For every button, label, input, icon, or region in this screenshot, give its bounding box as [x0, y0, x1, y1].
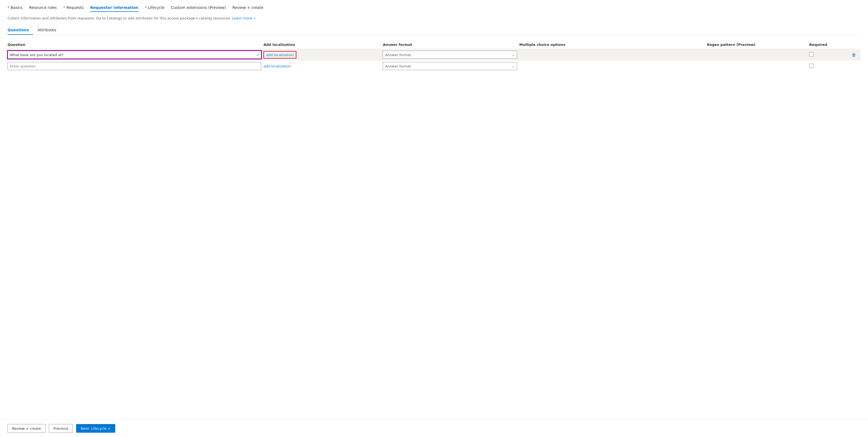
required-cell-1: [809, 49, 852, 61]
regex-cell-2: [707, 60, 809, 72]
previous-button[interactable]: Previous: [49, 424, 73, 433]
regex-cell-1: [707, 49, 809, 61]
review-create-button[interactable]: Review + create: [7, 424, 45, 433]
required-cell-2: [809, 60, 852, 72]
required-checkbox-1[interactable]: [809, 52, 813, 57]
delete-icon-1[interactable]: 🗑: [852, 52, 856, 58]
sub-tab-attributes[interactable]: Attributes: [37, 26, 60, 35]
nav-tabs: Basics Resource roles Requests Requestor…: [7, 5, 861, 12]
question-input-1[interactable]: [7, 51, 261, 59]
tab-requests[interactable]: Requests: [63, 5, 84, 12]
tab-requestor-information[interactable]: Requestor information: [90, 5, 138, 12]
add-localization-box-1: add localization: [264, 51, 296, 59]
col-header-delete: [852, 40, 861, 49]
delete-cell-2: [852, 60, 861, 72]
question-cell-1: ✓: [7, 49, 264, 61]
tab-resource-roles[interactable]: Resource roles: [29, 5, 57, 12]
col-header-answer: Answer format: [383, 40, 519, 49]
localization-cell-2: add localization: [264, 60, 383, 72]
footer: Review + create Previous Next: Lifecycle…: [0, 419, 868, 437]
table-row: ✓ add localization Answer format ⌄: [7, 49, 861, 61]
tab-review-create[interactable]: Review + create: [232, 5, 264, 12]
delete-cell-1: 🗑: [852, 49, 861, 61]
tab-basics[interactable]: Basics: [7, 5, 23, 12]
answer-dropdown-1[interactable]: Answer format ⌄: [383, 51, 517, 59]
localization-cell-1: add localization: [264, 49, 383, 61]
learn-more-link[interactable]: Learn more: [232, 16, 256, 20]
col-header-required: Required: [809, 40, 852, 49]
page-description: Collect information and attributes from …: [7, 16, 861, 20]
col-header-localization: Add localization: [264, 40, 383, 49]
sub-tab-questions[interactable]: Questions: [7, 26, 33, 35]
check-icon-1: ✓: [256, 53, 260, 57]
tab-custom-extensions[interactable]: Custom extensions (Preview): [171, 5, 226, 12]
answer-dropdown-2[interactable]: Answer format ⌄: [383, 62, 517, 70]
questions-table: Question Add localization Answer format …: [7, 40, 861, 72]
chevron-down-icon-1: ⌄: [512, 53, 515, 57]
multiple-cell-1: [519, 49, 707, 61]
question-input-2[interactable]: [7, 62, 261, 70]
answer-cell-1: Answer format ⌄: [383, 49, 519, 61]
required-checkbox-2[interactable]: [809, 64, 813, 68]
col-header-multiple: Multiple choice options: [519, 40, 707, 49]
col-header-regex: Regex pattern (Preview): [707, 40, 809, 49]
chevron-down-icon-2: ⌄: [512, 64, 515, 68]
tab-lifecycle[interactable]: Lifecycle: [145, 5, 165, 12]
question-cell-2: [7, 60, 264, 72]
add-localization-link-2[interactable]: add localization: [264, 64, 291, 68]
sub-tabs: Questions Attributes: [7, 26, 861, 35]
add-localization-link-1[interactable]: add localization: [266, 53, 293, 57]
table-row: add localization Answer format ⌄: [7, 60, 861, 72]
multiple-cell-2: [519, 60, 707, 72]
question-input-wrapper-1: ✓: [7, 51, 261, 59]
col-header-question: Question: [7, 40, 264, 49]
answer-cell-2: Answer format ⌄: [383, 60, 519, 72]
next-button[interactable]: Next: Lifecycle >: [76, 424, 115, 433]
